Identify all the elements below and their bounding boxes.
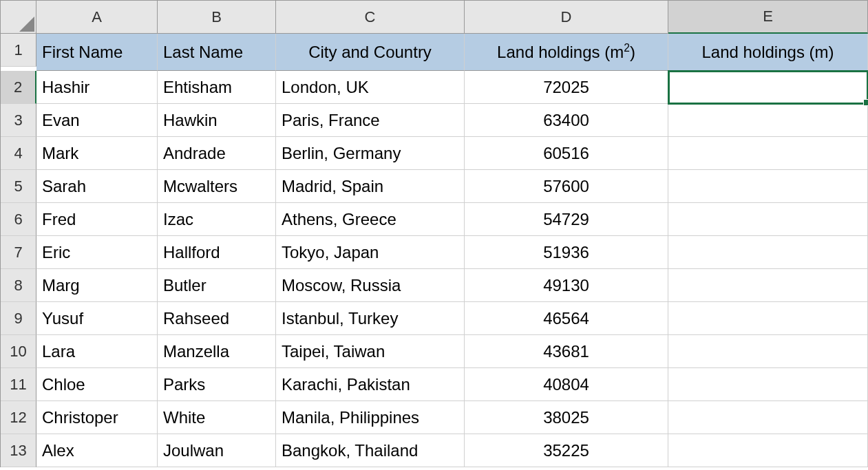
cell-A8[interactable]: Marg [36, 269, 158, 302]
cell-D12[interactable]: 38025 [465, 401, 668, 434]
cell-B8[interactable]: Butler [158, 269, 276, 302]
cell-D7[interactable]: 51936 [465, 236, 668, 269]
cell-D10[interactable]: 43681 [465, 335, 668, 368]
cell-D5[interactable]: 57600 [465, 170, 668, 203]
col-header-C[interactable]: C [276, 1, 465, 34]
row-header-3[interactable]: 3 [1, 104, 36, 137]
cell-C10[interactable]: Taipei, Taiwan [276, 335, 465, 368]
cell-B6[interactable]: Izac [158, 203, 276, 236]
cell-D8[interactable]: 49130 [465, 269, 668, 302]
cell-C6[interactable]: Athens, Greece [276, 203, 465, 236]
row-header-8[interactable]: 8 [1, 269, 36, 302]
cell-E10[interactable] [668, 335, 868, 368]
cell-A11[interactable]: Chloe [36, 368, 158, 401]
header-land-m2[interactable]: Land holdings (m2) [465, 34, 668, 71]
cell-A2[interactable]: Hashir [36, 71, 158, 104]
cell-B13[interactable]: Joulwan [158, 434, 276, 467]
header-city-country[interactable]: City and Country [276, 34, 465, 71]
cell-A5[interactable]: Sarah [36, 170, 158, 203]
select-all-corner[interactable] [1, 1, 36, 34]
cell-E11[interactable] [668, 368, 868, 401]
cell-A12[interactable]: Christoper [36, 401, 158, 434]
cell-B5[interactable]: Mcwalters [158, 170, 276, 203]
cell-E8[interactable] [668, 269, 868, 302]
cell-A3[interactable]: Evan [36, 104, 158, 137]
cell-D3[interactable]: 63400 [465, 104, 668, 137]
cell-A10[interactable]: Lara [36, 335, 158, 368]
select-all-triangle-icon [19, 17, 34, 32]
cell-C11[interactable]: Karachi, Pakistan [276, 368, 465, 401]
cell-C7[interactable]: Tokyo, Japan [276, 236, 465, 269]
cell-C3[interactable]: Paris, France [276, 104, 465, 137]
cell-E13[interactable] [668, 434, 868, 467]
cell-B4[interactable]: Andrade [158, 137, 276, 170]
cell-C4[interactable]: Berlin, Germany [276, 137, 465, 170]
col-header-D[interactable]: D [465, 1, 668, 34]
col-header-A[interactable]: A [36, 1, 158, 34]
cell-C12[interactable]: Manila, Philippines [276, 401, 465, 434]
cell-D13[interactable]: 35225 [465, 434, 668, 467]
row-header-6[interactable]: 6 [1, 203, 36, 236]
cell-C2[interactable]: London, UK [276, 71, 465, 104]
cell-B3[interactable]: Hawkin [158, 104, 276, 137]
col-header-E[interactable]: E [668, 1, 868, 34]
cell-D6[interactable]: 54729 [465, 203, 668, 236]
cell-E2-selected[interactable] [668, 71, 868, 104]
cell-D2[interactable]: 72025 [465, 71, 668, 104]
cell-B10[interactable]: Manzella [158, 335, 276, 368]
cell-B11[interactable]: Parks [158, 368, 276, 401]
row-header-5[interactable]: 5 [1, 170, 36, 203]
cell-E12[interactable] [668, 401, 868, 434]
cell-D9[interactable]: 46564 [465, 302, 668, 335]
row-header-13[interactable]: 13 [1, 434, 36, 467]
header-last-name[interactable]: Last Name [158, 34, 276, 71]
cell-E7[interactable] [668, 236, 868, 269]
cell-A9[interactable]: Yusuf [36, 302, 158, 335]
header-first-name[interactable]: First Name [36, 34, 158, 71]
cell-D11[interactable]: 40804 [465, 368, 668, 401]
row-header-9[interactable]: 9 [1, 302, 36, 335]
spreadsheet-grid: A B C D E 1 First Name Last Name City an… [0, 0, 868, 467]
cell-B9[interactable]: Rahseed [158, 302, 276, 335]
cell-C9[interactable]: Istanbul, Turkey [276, 302, 465, 335]
cell-B12[interactable]: White [158, 401, 276, 434]
cell-E5[interactable] [668, 170, 868, 203]
cell-B7[interactable]: Hallford [158, 236, 276, 269]
cell-A7[interactable]: Eric [36, 236, 158, 269]
cell-E3[interactable] [668, 104, 868, 137]
cell-C5[interactable]: Madrid, Spain [276, 170, 465, 203]
row-header-12[interactable]: 12 [1, 401, 36, 434]
header-land-m2-text: Land holdings (m2) [497, 43, 635, 62]
row-header-11[interactable]: 11 [1, 368, 36, 401]
row-header-1[interactable]: 1 [1, 34, 36, 67]
cell-E4[interactable] [668, 137, 868, 170]
cell-E9[interactable] [668, 302, 868, 335]
cell-D4[interactable]: 60516 [465, 137, 668, 170]
col-header-B[interactable]: B [158, 1, 276, 34]
cell-B2[interactable]: Ehtisham [158, 71, 276, 104]
row-header-2[interactable]: 2 [1, 71, 36, 104]
cell-C13[interactable]: Bangkok, Thailand [276, 434, 465, 467]
row-header-10[interactable]: 10 [1, 335, 36, 368]
cell-C8[interactable]: Moscow, Russia [276, 269, 465, 302]
cell-A4[interactable]: Mark [36, 137, 158, 170]
row-header-7[interactable]: 7 [1, 236, 36, 269]
cell-E6[interactable] [668, 203, 868, 236]
header-land-m[interactable]: Land holdings (m) [668, 34, 868, 71]
cell-A13[interactable]: Alex [36, 434, 158, 467]
row-header-4[interactable]: 4 [1, 137, 36, 170]
cell-A6[interactable]: Fred [36, 203, 158, 236]
